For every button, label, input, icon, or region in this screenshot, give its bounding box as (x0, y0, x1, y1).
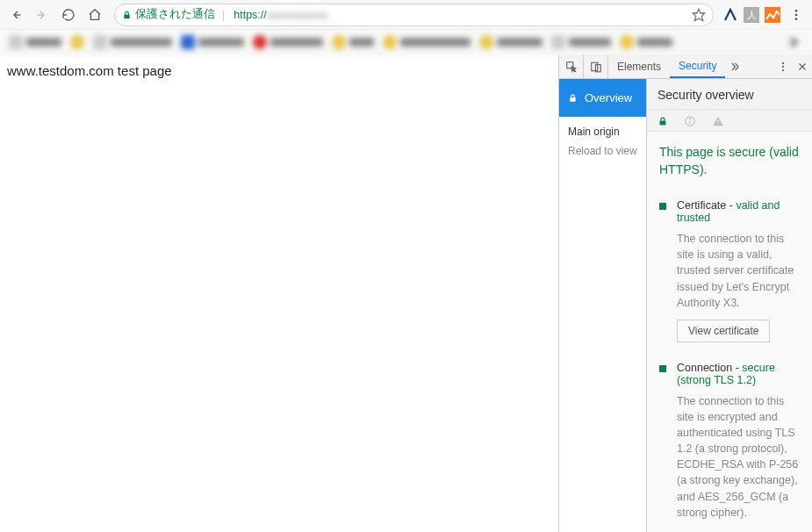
inspect-icon (565, 61, 578, 73)
home-button[interactable] (84, 4, 105, 25)
browser-toolbar: 保護された通信 | https://aaaaaaaaaa 人 (0, 0, 812, 30)
url-display: https://aaaaaaaaaa (234, 9, 327, 21)
svg-point-24 (717, 124, 718, 125)
connection-label: Connection - (677, 362, 742, 374)
secure-label: 保護された通信 (135, 7, 215, 22)
chevron-right-icon (787, 36, 799, 48)
arrow-left-icon (9, 8, 23, 22)
sidebar-overview[interactable]: Overview (559, 79, 646, 117)
svg-text:人: 人 (747, 10, 757, 20)
extension-icon[interactable] (722, 7, 738, 23)
svg-rect-6 (765, 7, 780, 23)
status-marker-icon (659, 203, 666, 210)
separator: | (222, 9, 225, 21)
devtools-tabbar: Elements Security (559, 54, 812, 79)
devtools-close-button[interactable] (793, 54, 812, 78)
bookmark-star-button[interactable] (692, 8, 706, 22)
page-body-text: www.testdom.com test page (7, 63, 551, 78)
info-status-icon (684, 115, 696, 127)
back-button[interactable] (5, 4, 26, 25)
svg-point-14 (782, 65, 784, 67)
security-overview-title: Security overview (647, 79, 812, 110)
tab-security[interactable]: Security (670, 54, 725, 78)
device-toggle-button[interactable] (584, 54, 608, 78)
info-icon (684, 115, 696, 127)
reload-icon (61, 8, 75, 22)
home-icon (88, 8, 102, 22)
security-chip[interactable]: 保護された通信 | (122, 7, 228, 22)
lock-status-icon (658, 115, 668, 127)
sidebar-overview-label: Overview (585, 91, 632, 104)
sidebar-main-origin: Main origin (559, 117, 646, 141)
devtools-menu-button[interactable] (773, 54, 793, 78)
certificate-label: Certificate - (677, 199, 736, 212)
secure-headline: This page is secure (valid HTTPS). (659, 144, 800, 178)
lock-icon (658, 115, 668, 127)
certificate-block: Certificate - valid and trusted The conn… (659, 199, 800, 342)
extension-icons: 人 (722, 4, 807, 25)
status-marker-icon (659, 365, 666, 372)
kebab-icon (789, 8, 803, 22)
connection-heading: Connection - secure (strong TLS 1.2) (677, 362, 800, 386)
devtools-panel: Elements Security Overview Main origin R… (558, 54, 812, 532)
svg-point-9 (795, 18, 798, 20)
svg-rect-2 (124, 14, 129, 18)
device-icon (590, 61, 602, 73)
reload-button[interactable] (58, 4, 79, 25)
tab-elements[interactable]: Elements (608, 54, 670, 78)
svg-rect-11 (591, 62, 597, 70)
warning-icon (712, 115, 724, 127)
chevron-double-right-icon (729, 61, 740, 72)
certificate-heading: Certificate - valid and trusted (677, 199, 800, 224)
warning-status-icon (712, 115, 724, 127)
svg-point-22 (689, 119, 690, 119)
svg-point-15 (782, 68, 784, 70)
address-bar[interactable]: 保護された通信 | https://aaaaaaaaaa (114, 4, 714, 26)
inspect-element-button[interactable] (559, 54, 584, 78)
sidebar-reload-hint: Reload to view (559, 141, 646, 161)
star-icon (692, 8, 706, 22)
svg-rect-18 (570, 97, 575, 102)
tabs-overflow-button[interactable] (725, 54, 744, 78)
lock-icon (122, 10, 132, 20)
svg-point-8 (795, 13, 798, 16)
security-overview-panel: Security overview This page is secure (v… (647, 79, 812, 532)
browser-menu-button[interactable] (786, 4, 807, 25)
page-viewport: www.testdom.com test page (0, 54, 558, 532)
close-icon (797, 61, 808, 72)
lock-icon (568, 92, 578, 104)
arrow-right-icon (35, 8, 49, 22)
connection-block: Connection - secure (strong TLS 1.2) The… (659, 362, 800, 521)
forward-button[interactable] (32, 4, 53, 25)
connection-description: The connection to this site is encrypted… (677, 393, 800, 521)
extension-icon[interactable]: 人 (744, 7, 759, 23)
bookmarks-bar (0, 30, 812, 54)
svg-point-13 (782, 61, 784, 63)
extension-icon[interactable] (765, 7, 780, 23)
svg-point-7 (795, 10, 798, 12)
certificate-description: The connection to this site is using a v… (677, 231, 800, 311)
security-sidebar: Overview Main origin Reload to view (559, 79, 647, 532)
svg-marker-3 (693, 9, 704, 20)
view-certificate-button[interactable]: View certificate (677, 320, 770, 342)
bookmarks-overflow[interactable] (782, 32, 803, 53)
security-status-icons (647, 110, 812, 132)
svg-rect-19 (660, 121, 666, 126)
kebab-icon (777, 61, 789, 73)
url-protocol: https:// (234, 9, 267, 21)
